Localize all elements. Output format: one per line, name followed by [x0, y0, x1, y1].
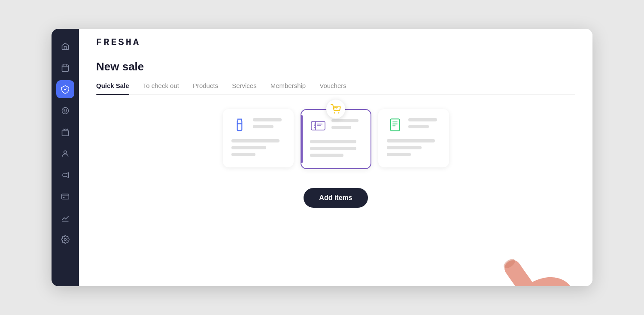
svg-point-14: [338, 112, 340, 114]
sidebar-item-chart[interactable]: [56, 209, 74, 227]
svg-point-23: [502, 257, 517, 270]
btn-area: Add items: [96, 188, 575, 208]
page-title: New sale: [96, 60, 575, 73]
svg-rect-0: [62, 65, 69, 71]
sidebar-item-calendar[interactable]: [56, 59, 74, 77]
svg-point-6: [66, 110, 67, 111]
product-icon: [231, 117, 248, 133]
tab-membership[interactable]: Membership: [270, 82, 306, 94]
sidebar-item-megaphone[interactable]: [56, 166, 74, 184]
tabs-bar: Quick Sale To check out Products Service…: [96, 82, 575, 95]
svg-point-13: [334, 112, 335, 114]
page: New sale Quick Sale To check out Product…: [79, 48, 592, 286]
tab-to-check-out[interactable]: To check out: [143, 82, 179, 94]
tab-quick-sale[interactable]: Quick Sale: [96, 82, 129, 94]
sidebar-item-bag[interactable]: [56, 123, 74, 141]
add-items-button[interactable]: Add items: [304, 188, 368, 208]
voucher-icon: [310, 118, 326, 134]
tab-services[interactable]: Services: [232, 82, 257, 94]
page-body: Add items: [96, 109, 575, 269]
card-list[interactable]: [378, 109, 449, 167]
svg-point-7: [64, 151, 67, 154]
sidebar-item-card[interactable]: [56, 188, 74, 206]
header: FRESHA: [79, 29, 592, 48]
sidebar-item-person[interactable]: [56, 145, 74, 163]
svg-rect-8: [62, 194, 69, 199]
sidebar-item-settings[interactable]: [56, 230, 74, 248]
cards-area: [96, 109, 575, 169]
cart-float-icon: [326, 100, 345, 118]
tab-products[interactable]: Products: [193, 82, 218, 94]
card-product[interactable]: [223, 109, 294, 167]
sidebar: [52, 29, 79, 286]
svg-point-21: [499, 265, 585, 286]
svg-point-4: [62, 108, 69, 114]
list-icon: [387, 117, 403, 133]
sidebar-item-tag[interactable]: [56, 80, 74, 98]
svg-point-5: [64, 110, 65, 111]
svg-rect-22: [501, 257, 549, 286]
main-content: FRESHA New sale Quick Sale To check out …: [79, 29, 592, 286]
svg-point-12: [64, 239, 67, 241]
svg-rect-17: [390, 119, 399, 130]
tab-vouchers[interactable]: Vouchers: [319, 82, 346, 94]
sidebar-item-home[interactable]: [56, 37, 74, 55]
logo: FRESHA: [96, 37, 575, 48]
sidebar-item-smiley[interactable]: [56, 102, 74, 120]
